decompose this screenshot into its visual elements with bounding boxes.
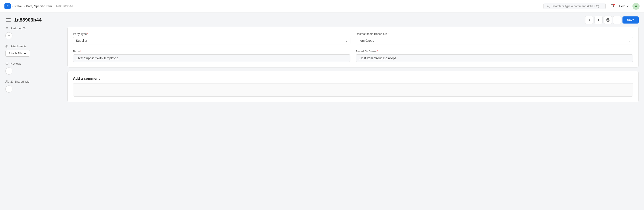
reviews-section: Reviews + bbox=[5, 62, 63, 74]
chevron-right-icon bbox=[597, 18, 600, 22]
app-icon: E bbox=[4, 3, 11, 9]
shared-with-section: 23 Shared With + bbox=[5, 80, 63, 92]
comment-input[interactable] bbox=[73, 83, 633, 96]
comment-card: Add a comment bbox=[68, 71, 639, 102]
assigned-to-label: Assigned To bbox=[10, 27, 26, 30]
form-grid: Party Type* Supplier Restrict Items Base… bbox=[73, 32, 633, 62]
star-icon bbox=[5, 62, 9, 65]
sidebar: Assigned To + Attachments Attach File bbox=[5, 27, 63, 102]
page-title: 1a83903b44 bbox=[14, 17, 42, 23]
topnav: E › Retail › Party Specific Item › 1a839… bbox=[0, 0, 644, 12]
shared-with-title: 23 Shared With bbox=[5, 80, 63, 83]
main-layout: Assigned To + Attachments Attach File bbox=[0, 27, 644, 108]
help-label: Help bbox=[619, 4, 625, 8]
print-icon bbox=[606, 18, 610, 22]
reviews-title: Reviews bbox=[5, 62, 63, 65]
shared-with-add-button[interactable]: + bbox=[5, 86, 12, 92]
chevron-left-icon bbox=[588, 18, 591, 22]
shared-with-label: 23 Shared With bbox=[10, 80, 30, 83]
svg-point-4 bbox=[617, 20, 617, 20]
restrict-items-select-wrap: Item Group bbox=[356, 37, 633, 44]
based-on-value-group: Based On Value* _Test Item Group Desktop… bbox=[356, 50, 633, 62]
based-on-value-input[interactable]: _Test Item Group Desktops bbox=[356, 54, 633, 62]
comment-title: Add a comment bbox=[73, 76, 633, 80]
svg-point-3 bbox=[616, 20, 616, 20]
page-header-left: 1a83903b44 bbox=[5, 17, 42, 23]
svg-rect-2 bbox=[607, 20, 609, 21]
party-type-select-wrap: Supplier bbox=[73, 37, 350, 44]
attachments-section: Attachments Attach File bbox=[5, 44, 63, 56]
attach-file-label: Attach File bbox=[9, 52, 22, 55]
paperclip-icon bbox=[5, 44, 9, 48]
print-button[interactable] bbox=[604, 16, 612, 24]
based-on-value-label: Based On Value* bbox=[356, 50, 633, 53]
restrict-items-group: Restrict Items Based On* Item Group bbox=[356, 32, 633, 44]
svg-point-5 bbox=[618, 20, 618, 20]
breadcrumb-current: 1a83903b44 bbox=[56, 4, 73, 8]
reviews-add-button[interactable]: + bbox=[5, 68, 12, 74]
svg-point-6 bbox=[6, 27, 8, 28]
page-actions: Save bbox=[585, 16, 639, 24]
party-type-select[interactable]: Supplier bbox=[73, 37, 350, 44]
restrict-items-label: Restrict Items Based On* bbox=[356, 32, 633, 36]
party-label: Party* bbox=[73, 50, 350, 53]
breadcrumb-retail[interactable]: Retail bbox=[14, 4, 22, 8]
reviews-label: Reviews bbox=[10, 62, 21, 65]
breadcrumb: E › Retail › Party Specific Item › 1a839… bbox=[4, 3, 73, 9]
svg-marker-9 bbox=[6, 62, 8, 65]
notifications-button[interactable] bbox=[609, 3, 615, 9]
search-placeholder: Search or type a command (Ctrl + G) bbox=[552, 4, 599, 8]
search-bar[interactable]: Search or type a command (Ctrl + G) bbox=[544, 3, 606, 9]
svg-line-1 bbox=[549, 6, 550, 7]
notification-dot bbox=[613, 4, 615, 6]
attach-plus-icon bbox=[24, 52, 27, 55]
party-type-group: Party Type* Supplier bbox=[73, 32, 350, 44]
save-button[interactable]: Save bbox=[622, 16, 639, 24]
topnav-right: Search or type a command (Ctrl + G) Help… bbox=[544, 3, 640, 10]
page-header: 1a83903b44 Save bbox=[0, 12, 644, 27]
form-card: Party Type* Supplier Restrict Items Base… bbox=[68, 27, 639, 68]
restrict-items-select[interactable]: Item Group bbox=[356, 37, 633, 44]
attachments-label: Attachments bbox=[10, 44, 26, 48]
chevron-down-icon bbox=[626, 5, 629, 8]
assigned-to-add-button[interactable]: + bbox=[5, 32, 12, 39]
party-group: Party* _Test Supplier With Template 1 bbox=[73, 50, 350, 62]
people-icon bbox=[5, 80, 9, 83]
next-button[interactable] bbox=[594, 16, 602, 24]
search-icon bbox=[547, 5, 550, 8]
party-type-label: Party Type* bbox=[73, 32, 350, 36]
attach-file-button[interactable]: Attach File bbox=[5, 50, 30, 56]
more-options-button[interactable] bbox=[613, 16, 621, 24]
help-button[interactable]: Help bbox=[619, 4, 629, 8]
person-icon bbox=[5, 27, 9, 30]
assigned-to-section: Assigned To + bbox=[5, 27, 63, 39]
main-content: Party Type* Supplier Restrict Items Base… bbox=[68, 27, 639, 102]
more-icon bbox=[615, 18, 619, 22]
assigned-to-title: Assigned To bbox=[5, 27, 63, 30]
attachments-title: Attachments bbox=[5, 44, 63, 48]
prev-button[interactable] bbox=[585, 16, 593, 24]
breadcrumb-party-specific-item[interactable]: Party Specific Item bbox=[26, 4, 52, 8]
svg-point-10 bbox=[6, 80, 7, 82]
avatar[interactable]: A bbox=[632, 3, 640, 10]
party-input[interactable]: _Test Supplier With Template 1 bbox=[73, 54, 350, 62]
menu-icon[interactable] bbox=[5, 18, 12, 22]
